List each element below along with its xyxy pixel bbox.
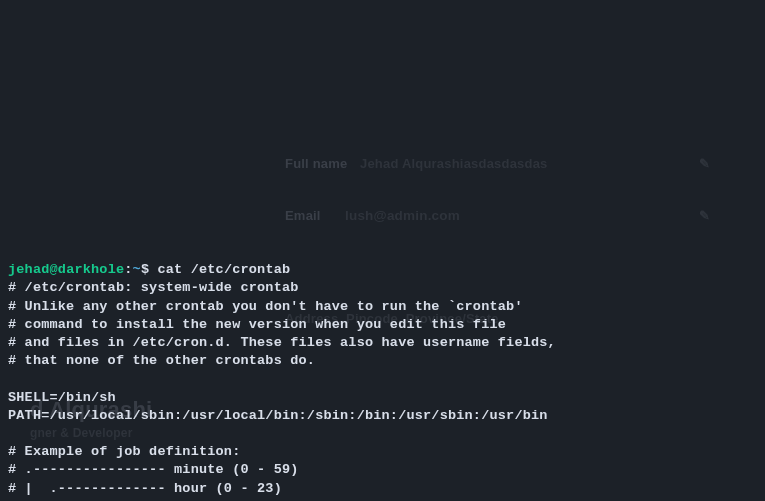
command-text: cat /etc/crontab (158, 262, 291, 277)
output-line: # Example of job definition: (8, 444, 240, 459)
output-line: # and files in /etc/cron.d. These files … (8, 335, 556, 350)
prompt-user: jehad (8, 262, 50, 277)
output-line: # that none of the other crontabs do. (8, 353, 315, 368)
output-line: PATH=/usr/local/sbin:/usr/local/bin:/sbi… (8, 408, 548, 423)
bg-fullname-label: Full name (285, 155, 347, 173)
edit-icon: ✎ (699, 207, 710, 225)
output-line: # | .------------- hour (0 - 23) (8, 481, 282, 496)
bg-email-label: Email (285, 207, 321, 225)
output-line: SHELL=/bin/sh (8, 390, 116, 405)
edit-icon: ✎ (699, 155, 710, 173)
output-line: # /etc/crontab: system-wide crontab (8, 280, 299, 295)
bg-fullname-value: Jehad Alqurashiasdasdasdas (360, 155, 548, 173)
output-line: # Unlike any other crontab you don't hav… (8, 299, 523, 314)
prompt-colon: : (124, 262, 132, 277)
prompt-path: ~ (133, 262, 141, 277)
output-line: # .---------------- minute (0 - 59) (8, 462, 299, 477)
output-line: # command to install the new version whe… (8, 317, 506, 332)
terminal-output[interactable]: jehad@darkhole:~$ cat /etc/crontab # /et… (8, 261, 757, 501)
bg-email-value: lush@admin.com (345, 207, 460, 225)
prompt-host: darkhole (58, 262, 124, 277)
prompt-at: @ (50, 262, 58, 277)
prompt-dollar: $ (141, 262, 149, 277)
